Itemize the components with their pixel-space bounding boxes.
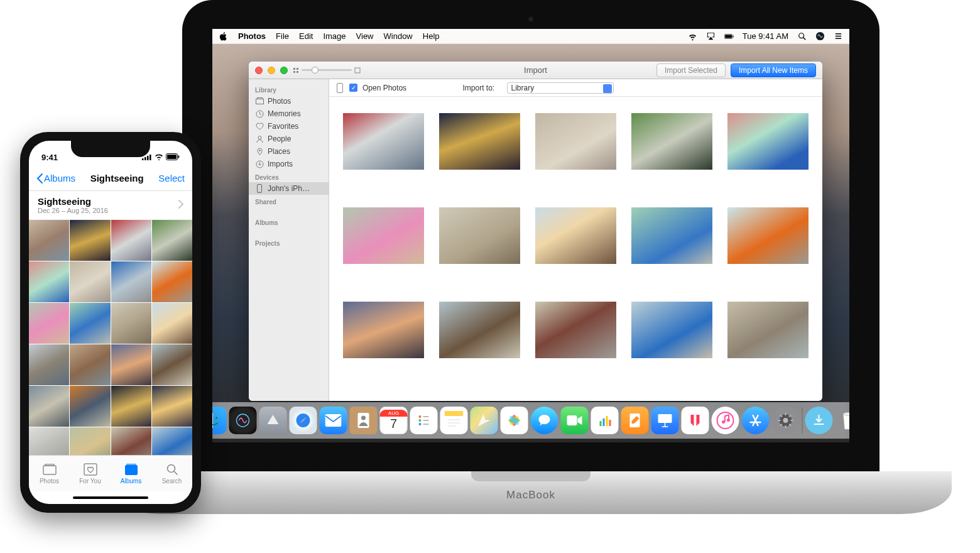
photo-thumbnail[interactable]	[152, 303, 192, 344]
dock-facetime-icon[interactable]	[561, 407, 589, 434]
spotlight-icon[interactable]	[797, 31, 807, 41]
thumbnail[interactable]	[343, 207, 424, 264]
dock-messages-icon[interactable]	[531, 407, 558, 434]
photo-thumbnail[interactable]	[152, 344, 192, 385]
dock-finder-icon[interactable]	[212, 407, 227, 434]
sidebar-item-favorites[interactable]: Favorites	[249, 120, 329, 133]
import-selected-button[interactable]: Import Selected	[656, 63, 726, 77]
dock-launchpad-icon[interactable]	[259, 407, 287, 434]
photo-thumbnail[interactable]	[111, 303, 151, 344]
dock-itunes-icon[interactable]	[712, 407, 739, 434]
menubar-item-edit[interactable]: Edit	[299, 31, 313, 41]
dock-reminders-icon[interactable]	[410, 407, 438, 434]
thumbnail[interactable]	[631, 113, 712, 170]
sidebar-item-places[interactable]: Places	[249, 145, 329, 158]
photo-thumbnail[interactable]	[70, 344, 110, 385]
menubar-item-image[interactable]: Image	[323, 31, 346, 41]
sidebar-item-imports[interactable]: Imports	[249, 158, 329, 170]
photo-thumbnail[interactable]	[70, 303, 110, 344]
thumbnail[interactable]	[439, 113, 520, 170]
minimize-button[interactable]	[268, 67, 275, 74]
photo-thumbnail[interactable]	[152, 427, 192, 455]
tab-photos[interactable]: Photos	[29, 456, 70, 491]
photo-thumbnail[interactable]	[152, 261, 192, 302]
dock-siri-icon[interactable]	[229, 407, 257, 434]
photo-thumbnail[interactable]	[29, 344, 69, 385]
tab-for-you[interactable]: For You	[70, 456, 111, 491]
photo-thumbnail[interactable]	[29, 220, 69, 261]
photo-thumbnail[interactable]	[70, 261, 110, 302]
home-indicator[interactable]	[29, 491, 192, 504]
sidebar-item-device[interactable]: John's iPh…	[249, 182, 329, 195]
photo-thumbnail[interactable]	[29, 261, 69, 302]
open-photos-checkbox[interactable]: ✓	[349, 84, 357, 92]
thumbnail[interactable]	[439, 302, 520, 358]
photo-thumbnail[interactable]	[111, 386, 151, 427]
photo-thumbnail[interactable]	[29, 303, 69, 344]
thumbnail[interactable]	[535, 207, 616, 264]
dock-photos-icon[interactable]	[501, 407, 528, 434]
thumbnail[interactable]	[727, 302, 808, 358]
fullscreen-button[interactable]	[280, 67, 288, 74]
dock-preferences-icon[interactable]	[772, 407, 800, 434]
thumbnail[interactable]	[631, 207, 712, 264]
menubar-app-name[interactable]: Photos	[238, 31, 266, 41]
sidebar-item-people[interactable]: People	[249, 133, 329, 145]
photo-thumbnail[interactable]	[152, 386, 192, 427]
tab-albums[interactable]: Albums	[111, 456, 151, 491]
menubar-item-view[interactable]: View	[356, 31, 374, 41]
photo-thumbnail[interactable]	[70, 386, 110, 427]
thumbnail[interactable]	[343, 302, 424, 358]
photo-thumbnail[interactable]	[70, 220, 110, 261]
apple-logo-icon[interactable]	[219, 31, 228, 41]
thumbnail[interactable]	[535, 302, 616, 358]
photo-thumbnail[interactable]	[152, 220, 192, 261]
menubar-item-file[interactable]: File	[276, 31, 289, 41]
thumbnail[interactable]	[343, 113, 424, 170]
battery-icon[interactable]	[724, 31, 734, 41]
thumbnail[interactable]	[727, 207, 808, 264]
select-button[interactable]: Select	[158, 173, 185, 183]
airplay-icon[interactable]	[706, 31, 716, 41]
sidebar-item-memories[interactable]: Memories	[249, 107, 329, 120]
dock-safari-icon[interactable]	[290, 407, 317, 434]
dock-contacts-icon[interactable]	[350, 407, 378, 434]
thumbnail[interactable]	[439, 207, 520, 264]
dock-notes-icon[interactable]	[440, 407, 468, 434]
thumbnail[interactable]	[535, 113, 616, 170]
sidebar-item-photos[interactable]: Photos	[249, 95, 329, 107]
menubar-item-window[interactable]: Window	[384, 31, 413, 41]
dock-maps-icon[interactable]	[471, 407, 498, 434]
dock-keynote-icon[interactable]	[651, 407, 679, 434]
photo-thumbnail[interactable]	[111, 344, 151, 385]
import-all-button[interactable]: Import All New Items	[731, 63, 816, 77]
dock-mail-icon[interactable]	[320, 407, 347, 434]
album-header[interactable]: Sightseeing Dec 26 – Aug 25, 2016	[29, 191, 192, 220]
thumbnail-zoom-slider[interactable]	[293, 67, 361, 74]
menubar-item-help[interactable]: Help	[423, 31, 440, 41]
svg-point-3	[798, 33, 803, 38]
photo-thumbnail[interactable]	[111, 427, 151, 455]
photo-thumbnail[interactable]	[111, 261, 151, 302]
photo-thumbnail[interactable]	[70, 427, 110, 455]
dock-stocks-icon[interactable]	[591, 407, 619, 434]
dock-trash-icon[interactable]	[836, 407, 850, 434]
siri-icon[interactable]	[815, 31, 825, 41]
thumbnail[interactable]	[631, 302, 712, 358]
dock-appstore-icon[interactable]	[742, 407, 770, 434]
dock-pages-icon[interactable]	[621, 407, 649, 434]
dock-calendar-icon[interactable]: AUG 7	[380, 407, 408, 434]
close-button[interactable]	[255, 67, 263, 74]
dock-news-icon[interactable]	[682, 407, 709, 434]
menubar-clock[interactable]: Tue 9:41 AM	[743, 31, 788, 41]
tab-search[interactable]: Search	[151, 456, 192, 491]
back-button[interactable]: Albums	[36, 173, 75, 183]
notification-center-icon[interactable]	[834, 31, 843, 41]
dock-downloads-icon[interactable]	[805, 407, 833, 434]
photo-thumbnail[interactable]	[29, 386, 69, 427]
photo-thumbnail[interactable]	[29, 427, 69, 455]
photo-thumbnail[interactable]	[111, 220, 151, 261]
wifi-icon[interactable]	[688, 31, 697, 41]
import-to-select[interactable]: Library	[507, 82, 614, 94]
thumbnail[interactable]	[727, 113, 808, 170]
